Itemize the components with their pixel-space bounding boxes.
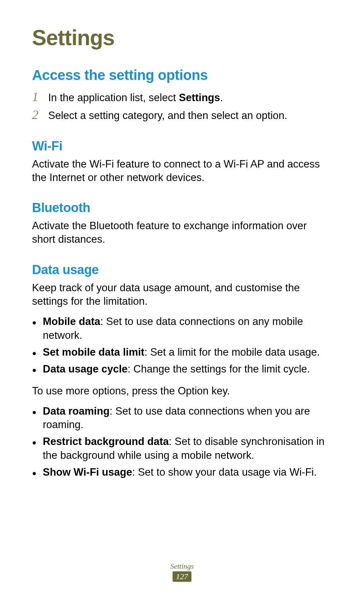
section-heading-wifi: Wi-Fi <box>32 139 332 153</box>
step-text-bold: Settings <box>179 92 220 103</box>
bullet-content: Mobile data: Set to use data connections… <box>43 315 332 342</box>
bullet-item: ● Show Wi-Fi usage: Set to show your dat… <box>32 466 332 479</box>
bullet-content: Data roaming: Set to use data connection… <box>43 405 332 432</box>
step-item: 2 Select a setting category, and then se… <box>32 107 332 122</box>
page-title: Settings <box>32 25 332 50</box>
bullet-bold: Restrict background data <box>43 436 169 447</box>
bullet-list-2: ● Data roaming: Set to use data connecti… <box>32 405 332 479</box>
bullet-item: ● Mobile data: Set to use data connectio… <box>32 315 332 342</box>
bullet-marker-icon: ● <box>32 468 43 478</box>
bullet-item: ● Restrict background data: Set to disab… <box>32 435 332 462</box>
step-text: Select a setting category, and then sele… <box>48 109 287 122</box>
step-text-before: In the application list, select <box>48 92 179 103</box>
bullet-text: : Set to show your data usage via Wi-Fi. <box>132 466 317 478</box>
page-number: 127 <box>173 571 191 582</box>
step-number: 1 <box>32 89 48 104</box>
step-number: 2 <box>32 107 48 122</box>
section-heading-access: Access the setting options <box>32 67 332 83</box>
step-item: 1 In the application list, select Settin… <box>32 89 332 105</box>
section-heading-bluetooth: Bluetooth <box>32 201 332 215</box>
bullet-text: : Change the settings for the limit cycl… <box>128 363 310 375</box>
bullet-list-1: ● Mobile data: Set to use data connectio… <box>32 315 332 376</box>
wifi-body: Activate the Wi-Fi feature to connect to… <box>32 157 332 185</box>
bullet-marker-icon: ● <box>32 437 43 448</box>
bullet-bold: Show Wi-Fi usage <box>43 466 132 478</box>
bluetooth-body: Activate the Bluetooth feature to exchan… <box>32 219 332 246</box>
step-text-after: . <box>220 92 223 103</box>
bullet-content: Show Wi-Fi usage: Set to show your data … <box>43 466 332 479</box>
bullet-content: Set mobile data limit: Set a limit for t… <box>43 346 332 359</box>
numbered-steps-list: 1 In the application list, select Settin… <box>32 89 332 123</box>
bullet-bold: Mobile data <box>43 316 100 327</box>
bullet-item: ● Set mobile data limit: Set a limit for… <box>32 346 332 359</box>
bullet-item: ● Data roaming: Set to use data connecti… <box>32 405 332 432</box>
bullet-bold: Set mobile data limit <box>43 346 144 358</box>
bullet-marker-icon: ● <box>32 348 43 358</box>
bullet-marker-icon: ● <box>32 365 43 375</box>
step-text: In the application list, select Settings… <box>48 91 223 105</box>
bullet-marker-icon: ● <box>32 407 43 417</box>
data-usage-intro: Keep track of your data usage amount, an… <box>32 281 332 308</box>
section-heading-data-usage: Data usage <box>32 263 332 277</box>
page-footer: Settings 127 <box>0 562 364 582</box>
bullet-content: Data usage cycle: Change the settings fo… <box>43 362 332 376</box>
bullet-content: Restrict background data: Set to disable… <box>43 435 332 462</box>
bullet-text: : Set a limit for the mobile data usage. <box>144 346 320 358</box>
bullet-marker-icon: ● <box>32 317 43 328</box>
footer-section-label: Settings <box>0 562 364 571</box>
bullet-item: ● Data usage cycle: Change the settings … <box>32 362 332 376</box>
bullet-bold: Data roaming <box>43 405 110 417</box>
bullet-bold: Data usage cycle <box>43 363 128 375</box>
data-usage-mid: To use more options, press the Option ke… <box>32 384 332 398</box>
